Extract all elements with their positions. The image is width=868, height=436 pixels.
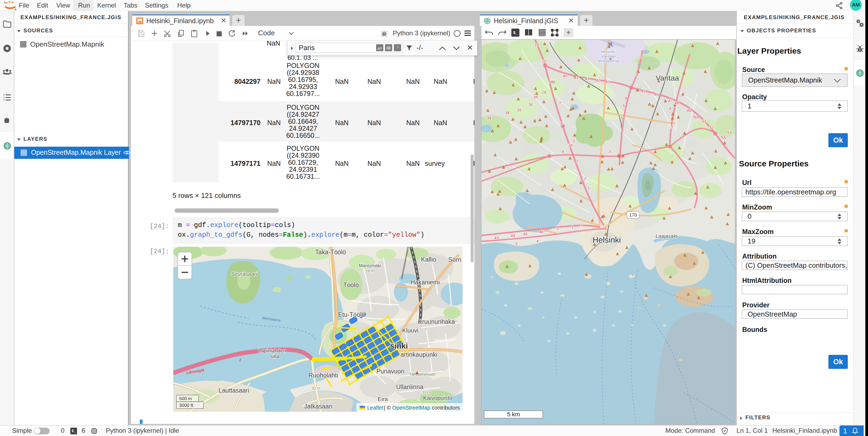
svg-text:1: 1: [571, 225, 574, 229]
svg-text:40: 40: [563, 74, 567, 78]
svg-text:5 km: 5 km: [507, 411, 520, 418]
svg-text:42: 42: [596, 78, 600, 83]
svg-text:Hakaniemi: Hakaniemi: [410, 279, 440, 286]
svg-text:45: 45: [523, 232, 527, 236]
svg-text:41: 41: [574, 75, 579, 80]
svg-text:49: 49: [687, 108, 691, 113]
svg-text:32 m: 32 m: [312, 386, 320, 390]
svg-text:35: 35: [517, 108, 522, 112]
svg-text:sinki: sinki: [390, 342, 408, 350]
svg-text:48: 48: [674, 100, 679, 105]
svg-text:2: 2: [576, 159, 579, 164]
svg-text:Vantaa: Vantaa: [656, 74, 679, 82]
svg-text:Lauttasaari: Lauttasaari: [218, 387, 249, 394]
svg-text:Etu-Töölö: Etu-Töölö: [338, 311, 365, 318]
svg-text:7: 7: [559, 100, 561, 105]
svg-text:10: 10: [542, 59, 546, 63]
svg-text:Ullanlinna: Ullanlinna: [396, 383, 423, 390]
svg-text:artinkaupunki: artinkaupunki: [401, 351, 437, 358]
svg-text:4: 4: [562, 149, 564, 154]
svg-text:lentoasema: lentoasema: [598, 59, 619, 63]
svg-text:Lapinlahden: Lapinlahden: [258, 348, 286, 353]
svg-text:46: 46: [539, 229, 544, 234]
svg-text:53: 53: [721, 135, 725, 139]
svg-text:36: 36: [528, 102, 533, 107]
svg-text:6: 6: [561, 121, 563, 126]
svg-text:4: 4: [669, 106, 671, 111]
svg-text:43: 43: [494, 235, 499, 240]
svg-text:44: 44: [510, 233, 515, 238]
svg-text:5: 5: [623, 103, 625, 108]
svg-text:3: 3: [671, 125, 673, 129]
svg-text:3: 3: [572, 139, 575, 143]
svg-text:170: 170: [629, 212, 637, 217]
svg-text:Leaflet: Leaflet: [367, 405, 383, 411]
svg-text:Kaivopuisto: Kaivopuisto: [423, 395, 453, 401]
svg-text:Kallio: Kallio: [421, 256, 436, 263]
svg-text:3: 3: [556, 226, 559, 231]
svg-text:Vantaan: Vantaan: [601, 54, 616, 59]
svg-text:4: 4: [625, 96, 627, 100]
svg-text:50a: 50a: [693, 115, 700, 119]
svg-text:Kluuvi: Kluuvi: [402, 327, 418, 334]
svg-text:2: 2: [584, 176, 587, 181]
svg-text:Seurasaari: Seurasaari: [231, 271, 257, 277]
svg-text:3a: 3a: [568, 143, 573, 147]
svg-text:5: 5: [621, 116, 623, 120]
svg-text:10: 10: [534, 42, 539, 47]
svg-text:Mäntymäki: Mäntymäki: [359, 263, 381, 268]
svg-text:98b: 98b: [549, 80, 555, 84]
svg-text:1: 1: [588, 186, 590, 191]
svg-text:| © OpenStreetMap contributors: | © OpenStreetMap contributors: [384, 405, 460, 411]
svg-text:Töölö: Töölö: [343, 282, 359, 289]
svg-text:Kruununhaka: Kruununhaka: [418, 318, 455, 325]
svg-text:Helsinki-: Helsinki-: [601, 49, 616, 54]
svg-text:Taka-Töölö: Taka-Töölö: [315, 249, 346, 256]
svg-text:53: 53: [727, 130, 732, 135]
svg-text:9: 9: [641, 55, 644, 59]
svg-text:Tähtitorninvuori: Tähtitorninvuori: [409, 372, 436, 376]
svg-text:34: 34: [487, 116, 491, 120]
svg-text:Eira: Eira: [378, 396, 388, 402]
svg-text:Helsinki: Helsinki: [592, 235, 621, 244]
svg-text:Laajasalo: Laajasalo: [655, 233, 677, 239]
svg-text:Ruoholahti: Ruoholahti: [308, 372, 338, 379]
svg-text:silta: silta: [270, 353, 279, 359]
svg-text:3000 ft: 3000 ft: [179, 403, 193, 408]
svg-text:34: 34: [505, 110, 510, 115]
svg-text:5: 5: [515, 241, 518, 246]
svg-text:8: 8: [636, 72, 639, 77]
svg-text:1: 1: [581, 223, 583, 227]
svg-text:18: 18: [542, 90, 546, 94]
svg-text:41: 41: [585, 76, 589, 81]
svg-text:Punavuori: Punavuori: [376, 368, 404, 375]
svg-text:47: 47: [668, 98, 673, 103]
svg-text:3: 3: [609, 149, 611, 154]
svg-text:18 m: 18 m: [365, 268, 374, 273]
svg-text:46: 46: [654, 92, 658, 96]
svg-text:45: 45: [641, 89, 646, 93]
svg-text:38: 38: [533, 95, 538, 99]
svg-text:51: 51: [702, 119, 706, 123]
svg-text:4: 4: [536, 239, 538, 243]
svg-text:Sörn: Sörn: [448, 256, 462, 263]
svg-text:500 m: 500 m: [179, 396, 192, 401]
svg-text:31 m: 31 m: [422, 390, 431, 395]
svg-text:52: 52: [709, 125, 714, 129]
svg-text:43: 43: [605, 80, 610, 84]
svg-text:Jatkasaari: Jatkasaari: [304, 403, 333, 410]
